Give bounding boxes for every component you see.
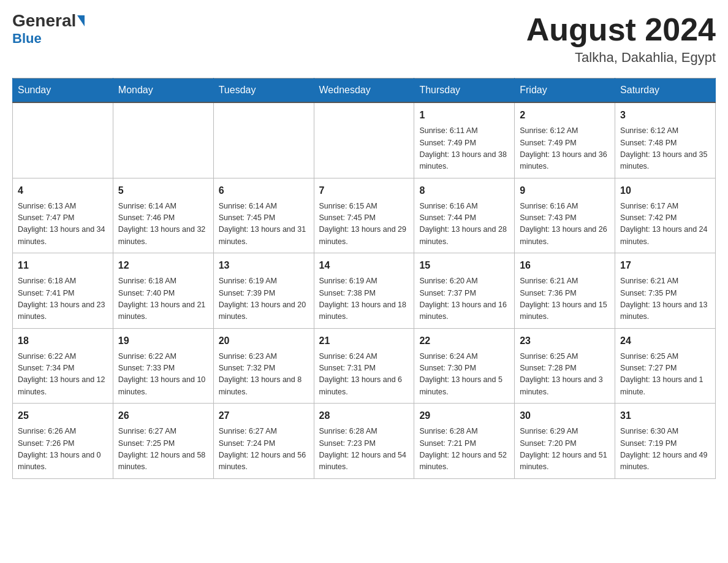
day-info: Sunrise: 6:19 AMSunset: 7:38 PMDaylight:…	[319, 275, 409, 323]
calendar-table: SundayMondayTuesdayWednesdayThursdayFrid…	[12, 78, 716, 479]
calendar-cell-week1-day2	[113, 102, 213, 178]
day-number: 28	[319, 408, 409, 423]
day-info: Sunrise: 6:29 AMSunset: 7:20 PMDaylight:…	[520, 426, 610, 473]
calendar-cell-week5-day3: 27Sunrise: 6:27 AMSunset: 7:24 PMDayligh…	[213, 404, 314, 479]
calendar-cell-week5-day6: 30Sunrise: 6:29 AMSunset: 7:20 PMDayligh…	[515, 404, 615, 479]
day-number: 22	[419, 334, 509, 348]
day-number: 27	[219, 408, 309, 423]
calendar-cell-week3-day6: 16Sunrise: 6:21 AMSunset: 7:36 PMDayligh…	[515, 253, 615, 329]
day-number: 16	[520, 258, 610, 273]
calendar-cell-week2-day2: 5Sunrise: 6:14 AMSunset: 7:46 PMDaylight…	[113, 178, 213, 253]
day-info: Sunrise: 6:22 AMSunset: 7:33 PMDaylight:…	[118, 351, 208, 399]
day-info: Sunrise: 6:24 AMSunset: 7:31 PMDaylight:…	[319, 351, 409, 399]
logo: General Blue	[12, 12, 85, 47]
day-number: 12	[118, 258, 208, 273]
calendar-cell-week1-day4	[314, 102, 414, 178]
day-number: 30	[520, 408, 610, 423]
day-number: 4	[18, 183, 108, 198]
logo-triangle-icon	[77, 15, 85, 26]
calendar-week-2: 4Sunrise: 6:13 AMSunset: 7:47 PMDaylight…	[13, 178, 716, 253]
day-number: 29	[419, 408, 509, 423]
day-number: 5	[118, 183, 208, 198]
day-number: 15	[419, 258, 509, 273]
calendar-cell-week2-day7: 10Sunrise: 6:17 AMSunset: 7:42 PMDayligh…	[615, 178, 716, 253]
day-info: Sunrise: 6:14 AMSunset: 7:45 PMDaylight:…	[219, 201, 309, 248]
calendar-header-friday: Friday	[515, 79, 615, 103]
day-info: Sunrise: 6:11 AMSunset: 7:49 PMDaylight:…	[419, 125, 509, 173]
calendar-cell-week5-day7: 31Sunrise: 6:30 AMSunset: 7:19 PMDayligh…	[615, 404, 716, 479]
logo-general: General	[12, 12, 76, 29]
day-number: 18	[18, 334, 108, 348]
day-info: Sunrise: 6:18 AMSunset: 7:41 PMDaylight:…	[18, 275, 108, 323]
day-info: Sunrise: 6:15 AMSunset: 7:45 PMDaylight:…	[319, 201, 409, 248]
calendar-cell-week4-day5: 22Sunrise: 6:24 AMSunset: 7:30 PMDayligh…	[414, 328, 515, 404]
calendar-cell-week5-day2: 26Sunrise: 6:27 AMSunset: 7:25 PMDayligh…	[113, 404, 213, 479]
calendar-cell-week5-day5: 29Sunrise: 6:28 AMSunset: 7:21 PMDayligh…	[414, 404, 515, 479]
calendar-cell-week1-day3	[213, 102, 314, 178]
calendar-cell-week3-day2: 12Sunrise: 6:18 AMSunset: 7:40 PMDayligh…	[113, 253, 213, 329]
calendar-cell-week1-day6: 2Sunrise: 6:12 AMSunset: 7:49 PMDaylight…	[515, 102, 615, 178]
calendar-cell-week5-day4: 28Sunrise: 6:28 AMSunset: 7:23 PMDayligh…	[314, 404, 414, 479]
day-info: Sunrise: 6:25 AMSunset: 7:28 PMDaylight:…	[520, 351, 610, 399]
title-area: August 2024 Talkha, Dakahlia, Egypt	[526, 12, 716, 66]
day-number: 17	[620, 258, 710, 273]
day-number: 26	[118, 408, 208, 423]
day-info: Sunrise: 6:18 AMSunset: 7:40 PMDaylight:…	[118, 275, 208, 323]
day-info: Sunrise: 6:22 AMSunset: 7:34 PMDaylight:…	[18, 351, 108, 399]
day-number: 8	[419, 183, 509, 198]
day-number: 10	[620, 183, 710, 198]
day-number: 7	[319, 183, 409, 198]
calendar-cell-week3-day3: 13Sunrise: 6:19 AMSunset: 7:39 PMDayligh…	[213, 253, 314, 329]
day-info: Sunrise: 6:20 AMSunset: 7:37 PMDaylight:…	[419, 275, 509, 323]
calendar-cell-week2-day5: 8Sunrise: 6:16 AMSunset: 7:44 PMDaylight…	[414, 178, 515, 253]
calendar-week-4: 18Sunrise: 6:22 AMSunset: 7:34 PMDayligh…	[13, 328, 716, 404]
calendar-week-5: 25Sunrise: 6:26 AMSunset: 7:26 PMDayligh…	[13, 404, 716, 479]
calendar-cell-week5-day1: 25Sunrise: 6:26 AMSunset: 7:26 PMDayligh…	[13, 404, 113, 479]
calendar-cell-week3-day5: 15Sunrise: 6:20 AMSunset: 7:37 PMDayligh…	[414, 253, 515, 329]
calendar-cell-week4-day2: 19Sunrise: 6:22 AMSunset: 7:33 PMDayligh…	[113, 328, 213, 404]
day-info: Sunrise: 6:24 AMSunset: 7:30 PMDaylight:…	[419, 351, 509, 399]
calendar-cell-week4-day1: 18Sunrise: 6:22 AMSunset: 7:34 PMDayligh…	[13, 328, 113, 404]
day-info: Sunrise: 6:27 AMSunset: 7:24 PMDaylight:…	[219, 426, 309, 473]
day-info: Sunrise: 6:23 AMSunset: 7:32 PMDaylight:…	[219, 351, 309, 399]
day-number: 9	[520, 183, 610, 198]
day-info: Sunrise: 6:21 AMSunset: 7:35 PMDaylight:…	[620, 275, 710, 323]
calendar-header-wednesday: Wednesday	[314, 79, 414, 103]
day-number: 31	[620, 408, 710, 423]
day-number: 3	[620, 108, 710, 123]
logo-blue: Blue	[12, 31, 42, 47]
calendar-cell-week3-day1: 11Sunrise: 6:18 AMSunset: 7:41 PMDayligh…	[13, 253, 113, 329]
day-info: Sunrise: 6:28 AMSunset: 7:21 PMDaylight:…	[419, 426, 509, 473]
calendar-cell-week2-day4: 7Sunrise: 6:15 AMSunset: 7:45 PMDaylight…	[314, 178, 414, 253]
calendar-header-saturday: Saturday	[615, 79, 716, 103]
calendar-cell-week3-day4: 14Sunrise: 6:19 AMSunset: 7:38 PMDayligh…	[314, 253, 414, 329]
day-info: Sunrise: 6:16 AMSunset: 7:44 PMDaylight:…	[419, 201, 509, 248]
calendar-cell-week1-day1	[13, 102, 113, 178]
day-info: Sunrise: 6:21 AMSunset: 7:36 PMDaylight:…	[520, 275, 610, 323]
calendar-cell-week1-day7: 3Sunrise: 6:12 AMSunset: 7:48 PMDaylight…	[615, 102, 716, 178]
calendar-header-tuesday: Tuesday	[213, 79, 314, 103]
day-number: 14	[319, 258, 409, 273]
month-year-title: August 2024	[526, 12, 716, 47]
day-info: Sunrise: 6:25 AMSunset: 7:27 PMDaylight:…	[620, 351, 710, 399]
day-info: Sunrise: 6:14 AMSunset: 7:46 PMDaylight:…	[118, 201, 208, 248]
calendar-cell-week4-day7: 24Sunrise: 6:25 AMSunset: 7:27 PMDayligh…	[615, 328, 716, 404]
calendar-header-monday: Monday	[113, 79, 213, 103]
day-number: 19	[118, 334, 208, 348]
calendar-cell-week2-day1: 4Sunrise: 6:13 AMSunset: 7:47 PMDaylight…	[13, 178, 113, 253]
day-number: 13	[219, 258, 309, 273]
day-info: Sunrise: 6:17 AMSunset: 7:42 PMDaylight:…	[620, 201, 710, 248]
day-info: Sunrise: 6:16 AMSunset: 7:43 PMDaylight:…	[520, 201, 610, 248]
day-number: 25	[18, 408, 108, 423]
calendar-cell-week4-day4: 21Sunrise: 6:24 AMSunset: 7:31 PMDayligh…	[314, 328, 414, 404]
calendar-week-3: 11Sunrise: 6:18 AMSunset: 7:41 PMDayligh…	[13, 253, 716, 329]
day-info: Sunrise: 6:27 AMSunset: 7:25 PMDaylight:…	[118, 426, 208, 473]
day-info: Sunrise: 6:28 AMSunset: 7:23 PMDaylight:…	[319, 426, 409, 473]
calendar-cell-week1-day5: 1Sunrise: 6:11 AMSunset: 7:49 PMDaylight…	[414, 102, 515, 178]
day-number: 23	[520, 334, 610, 348]
day-number: 20	[219, 334, 309, 348]
calendar-header-row: SundayMondayTuesdayWednesdayThursdayFrid…	[13, 79, 716, 103]
day-number: 6	[219, 183, 309, 198]
day-number: 21	[319, 334, 409, 348]
header: General Blue August 2024 Talkha, Dakahli…	[12, 12, 716, 66]
